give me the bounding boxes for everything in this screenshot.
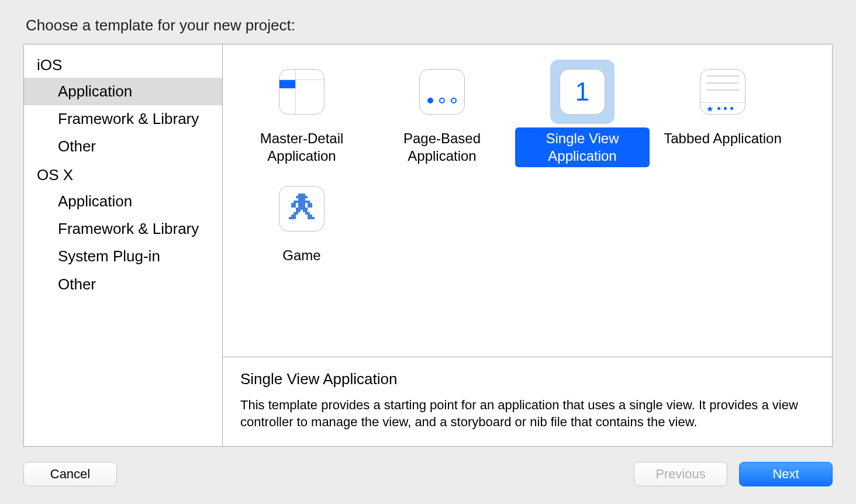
content-panel: iOS Application Framework & Library Othe… bbox=[23, 44, 833, 447]
sidebar-item-ios-framework[interactable]: Framework & Library bbox=[24, 105, 222, 133]
svg-rect-5 bbox=[298, 203, 305, 205]
sheet-heading: Choose a template for your new project: bbox=[26, 16, 833, 34]
sidebar-item-ios-application[interactable]: Application bbox=[24, 78, 222, 105]
template-icon-wrap bbox=[270, 177, 334, 241]
svg-rect-14 bbox=[305, 212, 310, 215]
template-label: Tabbed Application bbox=[658, 127, 788, 150]
sidebar-item-ios-other[interactable]: Other bbox=[24, 133, 222, 160]
sidebar-item-label: Application bbox=[58, 192, 132, 210]
svg-rect-11 bbox=[296, 210, 301, 212]
sidebar-item-osx-system-plugin[interactable]: System Plug-in bbox=[24, 243, 222, 270]
template-label: Single View Application bbox=[515, 127, 650, 167]
svg-rect-16 bbox=[308, 215, 312, 217]
svg-rect-4 bbox=[291, 203, 296, 205]
sidebar-group-ios: iOS bbox=[24, 50, 222, 78]
main-area: Master-Detail Application Page-Based App… bbox=[223, 44, 832, 446]
description-body: This template provides a starting point … bbox=[240, 396, 814, 431]
svg-rect-1 bbox=[296, 196, 308, 198]
sidebar-item-label: System Plug-in bbox=[58, 247, 160, 265]
template-icon-wrap bbox=[410, 60, 474, 124]
sidebar-item-osx-other[interactable]: Other bbox=[24, 271, 222, 298]
next-button[interactable]: Next bbox=[739, 462, 833, 486]
previous-button[interactable]: Previous bbox=[634, 462, 727, 486]
svg-rect-12 bbox=[303, 210, 308, 212]
template-tabbed[interactable]: ★ Tabbed Application bbox=[655, 56, 790, 167]
template-label: Page-Based Application bbox=[375, 127, 509, 167]
sidebar-item-label: Application bbox=[58, 82, 132, 100]
single-view-digit: 1 bbox=[560, 70, 605, 114]
svg-rect-18 bbox=[308, 217, 315, 219]
template-label: Game bbox=[277, 244, 326, 267]
page-based-icon bbox=[419, 69, 465, 115]
sidebar-item-label: Framework & Library bbox=[58, 220, 199, 237]
sidebar-group-osx: OS X bbox=[24, 160, 222, 188]
sidebar-item-label: Other bbox=[58, 137, 96, 155]
description-title: Single View Application bbox=[240, 370, 814, 388]
svg-rect-15 bbox=[291, 215, 296, 217]
sidebar-item-label: Other bbox=[58, 275, 96, 293]
cancel-button[interactable]: Cancel bbox=[23, 462, 117, 486]
template-label: Master-Detail Application bbox=[234, 127, 369, 167]
sidebar-item-label: Framework & Library bbox=[58, 110, 199, 127]
new-project-sheet: Choose a template for your new project: … bbox=[0, 0, 856, 504]
svg-rect-6 bbox=[308, 203, 312, 205]
sidebar-item-osx-framework[interactable]: Framework & Library bbox=[24, 215, 222, 243]
template-page-based[interactable]: Page-Based Application bbox=[375, 56, 509, 167]
template-icon-wrap: 1 bbox=[550, 60, 615, 124]
category-sidebar: iOS Application Framework & Library Othe… bbox=[24, 44, 223, 446]
master-detail-icon bbox=[279, 69, 325, 115]
template-single-view[interactable]: 1 Single View Application bbox=[515, 56, 650, 167]
template-icon-wrap bbox=[270, 60, 334, 124]
svg-rect-2 bbox=[298, 198, 305, 201]
single-view-icon: 1 bbox=[560, 69, 605, 115]
sidebar-item-osx-application[interactable]: Application bbox=[24, 188, 222, 215]
template-grid: Master-Detail Application Page-Based App… bbox=[223, 44, 832, 357]
game-icon bbox=[279, 186, 325, 232]
svg-rect-9 bbox=[308, 205, 312, 208]
svg-rect-10 bbox=[296, 208, 308, 210]
footer: Cancel Previous Next bbox=[23, 447, 833, 486]
svg-rect-0 bbox=[298, 194, 305, 196]
svg-rect-8 bbox=[298, 205, 305, 208]
tabbed-icon: ★ bbox=[700, 69, 745, 115]
game-sprite-icon bbox=[289, 194, 315, 224]
template-icon-wrap: ★ bbox=[691, 60, 755, 124]
svg-rect-7 bbox=[291, 205, 296, 208]
template-master-detail[interactable]: Master-Detail Application bbox=[234, 56, 369, 167]
template-game[interactable]: Game bbox=[234, 173, 369, 267]
template-description: Single View Application This template pr… bbox=[223, 357, 832, 446]
svg-rect-13 bbox=[294, 212, 298, 215]
svg-rect-17 bbox=[289, 217, 296, 219]
svg-rect-3 bbox=[294, 201, 310, 203]
